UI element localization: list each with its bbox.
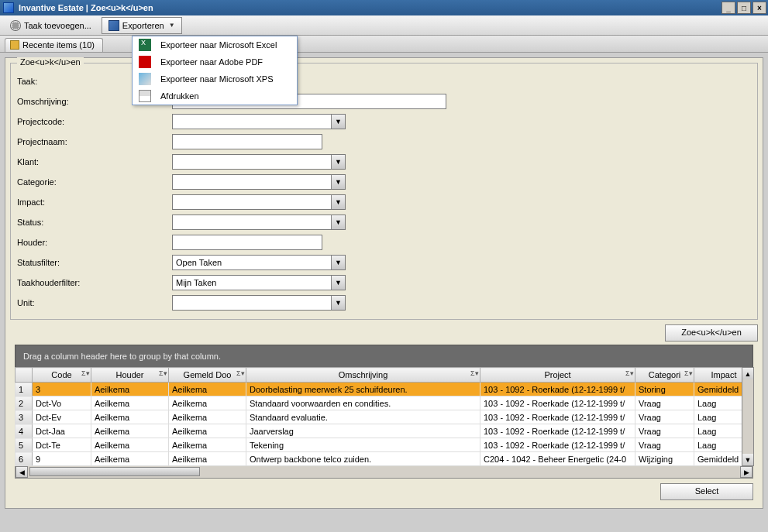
combo-categorie[interactable]: ▼ — [172, 174, 346, 190]
label-statusfilter: Statusfilter: — [17, 258, 172, 267]
cell[interactable]: Vraag — [635, 424, 694, 438]
chevron-down-icon[interactable]: ▼ — [331, 155, 345, 169]
cell[interactable]: Dct-Te — [33, 438, 91, 452]
cell[interactable]: Aeilkema — [169, 452, 246, 466]
cell[interactable]: Aeilkema — [169, 424, 246, 438]
cell[interactable]: Standaard voorwaarden en condities. — [246, 396, 480, 410]
table-row[interactable]: 2Dct-VoAeilkemaAeilkemaStandaard voorwaa… — [15, 396, 754, 410]
groupbox-legend: Zoe<u>k</u>en — [17, 57, 84, 67]
combo-status[interactable]: ▼ — [172, 215, 346, 230]
label-taakhouderfilter: Taakhouderfilter: — [17, 278, 172, 287]
cell[interactable]: Dct-Vo — [33, 396, 91, 410]
grid-header-gemeld[interactable]: Gemeld DooΣ ▾ — [169, 368, 246, 383]
chevron-down-icon[interactable]: ▼ — [331, 115, 345, 129]
cell[interactable]: Aeilkema — [169, 396, 246, 410]
cell[interactable]: Vraag — [635, 410, 694, 424]
export-excel-item[interactable]: Exporteer naar Microsoft Excel — [133, 36, 297, 53]
scroll-down-icon[interactable]: ▼ — [742, 454, 753, 465]
task-add-button[interactable]: Taak toevoegen... — [3, 17, 98, 34]
cell[interactable]: Vraag — [635, 396, 694, 410]
cell[interactable]: 103 - 1092 - Roerkade (12-12-1999 t/ — [480, 410, 635, 424]
combo-categorie-text — [173, 181, 331, 183]
chevron-down-icon[interactable]: ▼ — [331, 296, 345, 310]
print-icon — [139, 90, 151, 102]
label-projectnaam: Projectnaam: — [17, 137, 172, 146]
search-button[interactable]: Zoe<u>k</u>en — [665, 324, 758, 342]
maximize-button[interactable]: □ — [737, 2, 751, 14]
export-button[interactable]: Exporteren ▼ — [102, 17, 182, 34]
export-pdf-item[interactable]: Exporteer naar Adobe PDF — [133, 53, 297, 70]
cell[interactable]: Tekening — [246, 438, 480, 452]
grid-vertical-scrollbar[interactable]: ▲ ▼ — [742, 367, 754, 466]
cell[interactable]: 103 - 1092 - Roerkade (12-12-1999 t/ — [480, 438, 635, 452]
table-row[interactable]: 13AeilkemaAeilkemaDoorbelasting meerwerk… — [15, 383, 754, 396]
grid-header-code[interactable]: CodeΣ ▾ — [33, 368, 91, 383]
xps-icon — [139, 73, 151, 85]
cell[interactable]: Storing — [635, 383, 694, 396]
cell[interactable]: Aeilkema — [169, 410, 246, 424]
cell[interactable]: 103 - 1092 - Roerkade (12-12-1999 t/ — [480, 396, 635, 410]
table-row[interactable]: 4Dct-JaaAeilkemaAeilkemaJaarverslag103 -… — [15, 424, 754, 438]
scroll-right-icon[interactable]: ▶ — [740, 466, 753, 478]
grid-header-rownum[interactable] — [15, 368, 33, 383]
chevron-down-icon[interactable]: ▼ — [331, 276, 345, 290]
cell[interactable]: Aeilkema — [91, 396, 169, 410]
tab-recent-items[interactable]: Recente items (10) — [5, 38, 103, 52]
cell[interactable]: Aeilkema — [169, 438, 246, 452]
input-houder[interactable] — [172, 235, 322, 250]
label-categorie: Categorie: — [17, 177, 172, 187]
chevron-down-icon[interactable]: ▼ — [331, 195, 345, 209]
close-button[interactable]: × — [753, 2, 766, 14]
combo-unit[interactable]: ▼ — [172, 295, 346, 311]
export-xps-item[interactable]: Exporteer naar Microsoft XPS — [133, 70, 297, 88]
cell[interactable]: Ontwerp backbone telco zuiden. — [246, 452, 480, 466]
grid-header-houder[interactable]: HouderΣ ▾ — [91, 368, 169, 383]
cell[interactable]: Wijziging — [635, 452, 694, 466]
cell[interactable]: 103 - 1092 - Roerkade (12-12-1999 t/ — [480, 424, 635, 438]
cell[interactable]: Dct-Jaa — [33, 424, 91, 438]
grid-header-row: CodeΣ ▾ HouderΣ ▾ Gemeld DooΣ ▾ Omschrij… — [15, 368, 754, 383]
chevron-down-icon[interactable]: ▼ — [331, 175, 345, 189]
cell[interactable]: 3 — [33, 383, 91, 396]
scroll-left-icon[interactable]: ◀ — [15, 466, 28, 478]
grid-group-bar[interactable]: Drag a column header here to group by th… — [15, 345, 753, 367]
table-row[interactable]: 3Dct-EvAeilkemaAeilkemaStandaard evaluat… — [15, 410, 754, 424]
cell[interactable]: Aeilkema — [91, 438, 169, 452]
print-item[interactable]: Afdrukken — [133, 88, 297, 105]
cell[interactable]: Aeilkema — [91, 383, 169, 396]
cell[interactable]: C204 - 1042 - Beheer Energetic (24-0 — [480, 452, 635, 466]
grid-wrap: Drag a column header here to group by th… — [15, 345, 753, 479]
minimize-button[interactable]: _ — [722, 2, 735, 14]
combo-projectcode[interactable]: ▼ — [172, 114, 346, 129]
combo-taakhouderfilter-text: Mijn Taken — [173, 277, 331, 288]
cell[interactable]: Aeilkema — [91, 424, 169, 438]
grid-horizontal-scrollbar[interactable]: ◀ ▶ — [15, 466, 753, 479]
scroll-thumb[interactable] — [29, 467, 200, 476]
cell[interactable]: Aeilkema — [91, 410, 169, 424]
combo-impact[interactable]: ▼ — [172, 194, 346, 210]
cell[interactable]: Doorbelasting meerwerk 25 schuifdeuren. — [246, 383, 480, 396]
combo-taakhouderfilter[interactable]: Mijn Taken ▼ — [172, 275, 346, 290]
combo-klant[interactable]: ▼ — [172, 154, 346, 170]
select-button[interactable]: Select — [660, 483, 753, 500]
scroll-up-icon[interactable]: ▲ — [742, 368, 753, 379]
cell[interactable]: Standaard evaluatie. — [246, 410, 480, 424]
grid-header-project[interactable]: ProjectΣ ▾ — [480, 368, 635, 383]
chevron-down-icon[interactable]: ▼ — [331, 256, 345, 269]
chevron-down-icon[interactable]: ▼ — [331, 215, 345, 229]
window-title: Invantive Estate | Zoe<u>k</u>en — [19, 3, 153, 12]
cell[interactable]: 103 - 1092 - Roerkade (12-12-1999 t/ — [480, 383, 635, 396]
combo-statusfilter[interactable]: Open Taken ▼ — [172, 255, 346, 270]
table-row[interactable]: 69AeilkemaAeilkemaOntwerp backbone telco… — [15, 452, 754, 466]
cell[interactable]: Dct-Ev — [33, 410, 91, 424]
cell[interactable]: Vraag — [635, 438, 694, 452]
table-row[interactable]: 5Dct-TeAeilkemaAeilkemaTekening103 - 109… — [15, 438, 754, 452]
grid-header-categorie[interactable]: CategoriΣ ▾ — [635, 368, 694, 383]
cell[interactable]: Jaarverslag — [246, 424, 480, 438]
input-projectnaam[interactable] — [172, 134, 322, 149]
cell[interactable]: Aeilkema — [91, 452, 169, 466]
grid-header-omschrijving[interactable]: OmschrijvingΣ ▾ — [246, 368, 480, 383]
pdf-icon — [139, 56, 151, 68]
cell[interactable]: 9 — [33, 452, 91, 466]
cell[interactable]: Aeilkema — [169, 383, 246, 396]
